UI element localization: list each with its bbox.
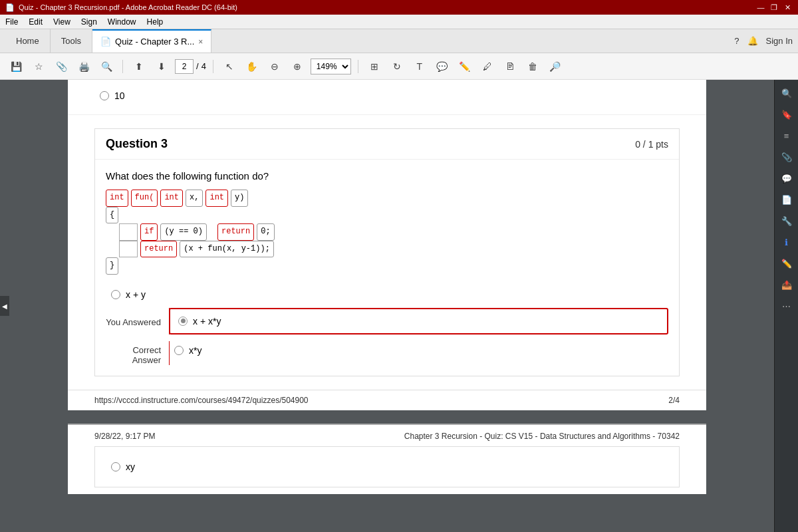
menu-edit[interactable]: Edit <box>29 17 43 27</box>
menu-sign[interactable]: Sign <box>81 17 97 27</box>
help-button[interactable]: ? <box>734 36 739 46</box>
token-return1: return <box>217 223 254 241</box>
tab-active-pdf[interactable]: 📄 Quiz - Chapter 3 R... × <box>92 29 211 53</box>
sign-in-button[interactable]: Sign In <box>766 36 793 46</box>
page-arrow-indicator: ◀ <box>0 296 9 316</box>
sidebar-info-icon[interactable]: ℹ <box>777 233 796 251</box>
token-brace-open: { <box>106 207 118 224</box>
answered-box: x + x*y <box>169 308 668 334</box>
draw-button[interactable]: ✏️ <box>456 57 474 76</box>
save-button[interactable]: 💾 <box>7 57 25 76</box>
answered-content: x + x*y <box>169 308 668 334</box>
main-layout: ◀ 10 Question 3 0 / 1 pts What does the … <box>0 80 798 532</box>
text-button[interactable]: T <box>410 57 429 76</box>
code-line-1: int fun( int x, int y) <box>106 190 668 207</box>
radio-xplusy <box>111 290 120 299</box>
page-sep: / <box>196 61 199 71</box>
title-bar: 📄 Quiz - Chapter 3 Recursion.pdf - Adobe… <box>0 0 798 15</box>
title-bar-text: Quiz - Chapter 3 Recursion.pdf - Adobe A… <box>19 3 237 11</box>
timestamp: 9/28/22, 9:17 PM <box>94 432 155 441</box>
token-zero: 0; <box>257 223 274 241</box>
zoom-in-button[interactable]: ⊕ <box>288 57 307 76</box>
code-line-5: } <box>106 257 668 275</box>
correct-content: x*y <box>169 341 668 365</box>
next-page-start: 9/28/22, 9:17 PM Chapter 3 Recursion - Q… <box>68 424 706 494</box>
sidebar-search-icon[interactable]: 🔍 <box>777 84 796 102</box>
token-fun: fun( <box>131 190 158 207</box>
minimize-button[interactable]: — <box>755 2 766 13</box>
tab-bar-right: ? 🔔 Sign In <box>734 36 793 46</box>
sidebar-annotate-icon[interactable]: ✏️ <box>777 254 796 273</box>
menu-file[interactable]: File <box>5 17 18 27</box>
tab-close-button[interactable]: × <box>198 37 203 47</box>
close-button[interactable]: ✕ <box>782 2 793 13</box>
answered-value: x + x*y <box>193 316 221 327</box>
rotate-button[interactable]: ↻ <box>388 57 406 76</box>
tab-home[interactable]: Home <box>5 29 51 53</box>
attach-button[interactable]: 📎 <box>52 57 70 76</box>
code-block: int fun( int x, int y) { if <box>106 190 668 275</box>
menu-bar: File Edit View Sign Window Help <box>0 15 798 29</box>
correct-answer-label: Correct Answer <box>106 341 169 365</box>
code-line-2: { <box>106 207 668 224</box>
correct-option-row: x*y <box>169 341 668 360</box>
red-vertical-line <box>169 308 170 334</box>
option-xy-plus: x + y <box>106 285 668 304</box>
menu-help[interactable]: Help <box>147 17 164 27</box>
hand-tool-button[interactable]: ✋ <box>243 57 261 76</box>
stamp-button[interactable]: 🖹 <box>501 57 519 76</box>
radio-10 <box>100 91 109 100</box>
maximize-button[interactable]: ❐ <box>769 2 779 13</box>
token-y: y) <box>231 190 248 207</box>
pdf-area[interactable]: ◀ 10 Question 3 0 / 1 pts What does the … <box>0 80 774 532</box>
page-footer: https://vcccd.instructure.com/courses/49… <box>68 390 706 410</box>
question-3-title: Question 3 <box>106 137 168 151</box>
code-line-4: return (x + fun(x, y-1)); <box>106 241 668 258</box>
correct-answer-value: x*y <box>189 345 201 356</box>
toolbar-sep-3 <box>358 60 358 73</box>
radio-correct <box>174 346 184 355</box>
sidebar-attachment-icon[interactable]: 📎 <box>777 148 796 166</box>
menu-view[interactable]: View <box>53 17 70 27</box>
bookmark-button[interactable]: ☆ <box>29 57 48 76</box>
question-3-text: What does the following function do? <box>106 170 668 182</box>
token-int2: int <box>160 190 183 207</box>
find-button[interactable]: 🔍 <box>97 57 116 76</box>
zoom-select[interactable]: 50% 75% 100% 125% 149% 200% <box>311 59 351 74</box>
token-blank-1 <box>119 223 138 240</box>
token-expr: (x + fun(x, y-1)); <box>180 241 274 258</box>
zoom-out-button[interactable]: ⊖ <box>265 57 284 76</box>
notification-button[interactable]: 🔔 <box>747 36 758 46</box>
next-page-content: xy <box>94 446 680 487</box>
comment-button[interactable]: 💬 <box>433 57 452 76</box>
cursor-tool-button[interactable]: ↖ <box>220 57 239 76</box>
delete-button[interactable]: 🗑 <box>523 57 542 76</box>
sidebar-more-icon[interactable]: ⋯ <box>777 297 796 315</box>
token-brace-close: } <box>106 257 118 275</box>
tab-tools-label: Tools <box>61 36 81 46</box>
print-button[interactable]: 🖨️ <box>74 57 93 76</box>
sidebar-comments-icon[interactable]: 💬 <box>777 169 796 188</box>
tab-tools[interactable]: Tools <box>51 29 92 53</box>
search-toolbar-button[interactable]: 🔎 <box>546 57 565 76</box>
you-answered-label: You Answered <box>106 308 169 334</box>
sidebar-pages-icon[interactable]: 📄 <box>777 190 796 209</box>
radio-xy <box>111 462 120 471</box>
sidebar-tools-icon[interactable]: 🔧 <box>777 211 796 230</box>
sidebar-layers-icon[interactable]: ≡ <box>777 126 796 145</box>
option-xplusy-label: x + y <box>126 289 146 300</box>
option-xy-label: xy <box>126 462 135 472</box>
page-number-input[interactable]: 2 <box>175 59 194 74</box>
radio-answered <box>178 317 188 326</box>
page-navigation: 2 / 4 <box>175 59 206 74</box>
token-x: x, <box>186 190 203 207</box>
sidebar-bookmark-icon[interactable]: 🔖 <box>777 105 796 124</box>
token-cond: (y == 0) <box>160 223 207 241</box>
fit-page-button[interactable]: ⊞ <box>365 57 384 76</box>
first-page-button[interactable]: ⬆ <box>130 57 148 76</box>
highlight-button[interactable]: 🖊 <box>478 57 497 76</box>
menu-window[interactable]: Window <box>108 17 136 27</box>
sidebar-export-icon[interactable]: 📤 <box>777 275 796 294</box>
window-controls[interactable]: — ❐ ✕ <box>755 2 793 13</box>
last-page-button[interactable]: ⬇ <box>152 57 171 76</box>
